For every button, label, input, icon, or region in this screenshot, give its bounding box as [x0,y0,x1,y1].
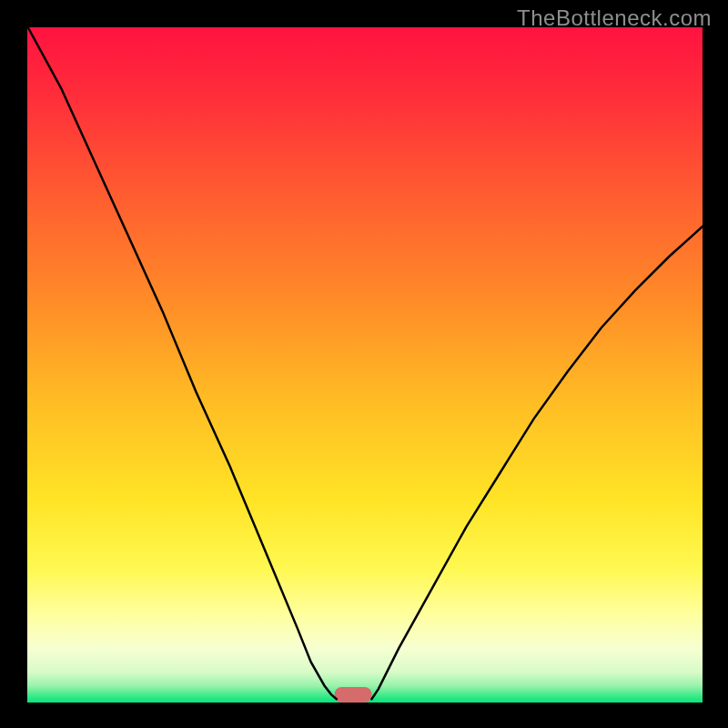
chart-frame: TheBottleneck.com [0,0,728,728]
trough-marker [335,687,372,703]
plot-area [27,27,703,703]
watermark-text: TheBottleneck.com [517,5,712,31]
gradient-background [27,27,703,703]
